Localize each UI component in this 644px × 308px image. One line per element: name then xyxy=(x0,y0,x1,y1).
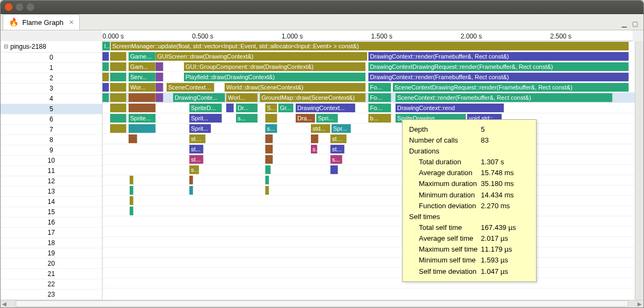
depth-row[interactable]: 6 xyxy=(1,114,102,125)
depth-row[interactable]: 0 xyxy=(1,53,102,63)
flame-bar[interactable]: GUI::GroupComponent::draw(DrawingContext… xyxy=(184,62,366,71)
vertical-scrollbar[interactable] xyxy=(635,41,643,300)
flame-bar[interactable] xyxy=(265,145,273,153)
flame-bar[interactable]: Wor... xyxy=(129,83,156,92)
flame-bar[interactable]: S... xyxy=(265,104,277,112)
flame-bar[interactable]: Dra... xyxy=(296,114,315,123)
depth-row[interactable]: 14 xyxy=(1,197,102,207)
flame-bar[interactable] xyxy=(110,62,126,71)
window-min-icon[interactable]: ▁ xyxy=(622,20,627,28)
flame-bar[interactable] xyxy=(130,186,133,195)
depth-row[interactable]: 13 xyxy=(1,187,102,197)
flame-bar[interactable]: Worl... xyxy=(226,93,258,102)
depth-row[interactable]: 5 xyxy=(1,104,102,114)
flame-bar[interactable]: st... xyxy=(330,145,345,153)
flame-bar[interactable]: st... xyxy=(189,145,203,153)
depth-row[interactable]: 3 xyxy=(1,84,102,94)
flame-bar[interactable] xyxy=(110,104,126,112)
flame-bar[interactable]: DrawingContext::render(Framebuffer&, Rec… xyxy=(368,73,629,81)
flame-bar[interactable] xyxy=(103,83,109,92)
flame-bar[interactable] xyxy=(110,124,126,133)
flame-bar[interactable] xyxy=(265,176,269,184)
depth-row[interactable]: 22 xyxy=(1,279,102,290)
flame-bar[interactable]: ScreenManager::update(float, std::vector… xyxy=(111,42,629,50)
flame-bar[interactable]: DrawingContext::rend xyxy=(396,104,504,112)
flame-bar[interactable]: Playfield::draw(DrawingContext&) xyxy=(184,73,366,81)
flame-bar[interactable]: DrawingContext... xyxy=(296,104,355,112)
flame-bar[interactable]: s... xyxy=(265,124,277,133)
flame-bar[interactable] xyxy=(129,124,156,133)
flame-bar[interactable] xyxy=(189,176,193,184)
flame-bar[interactable]: st... xyxy=(189,155,203,164)
flame-bar[interactable] xyxy=(156,73,163,81)
flame-bar[interactable] xyxy=(156,83,163,92)
flame-bar[interactable] xyxy=(110,73,126,81)
flame-bar[interactable] xyxy=(330,165,338,174)
flame-bar[interactable] xyxy=(110,52,126,61)
maximize-icon[interactable] xyxy=(27,3,34,11)
flame-bar[interactable]: Sprite... xyxy=(129,114,156,123)
flame-bar[interactable]: Gam... xyxy=(129,62,156,71)
depth-row[interactable]: 20 xyxy=(1,259,102,269)
flame-bar[interactable]: I... xyxy=(103,42,110,50)
depth-row[interactable]: 2 xyxy=(1,73,102,84)
flame-bar[interactable] xyxy=(103,73,109,81)
flame-bar[interactable]: SpriteD... xyxy=(189,104,222,112)
flame-bar[interactable] xyxy=(110,93,126,102)
depth-row[interactable]: 1 xyxy=(1,63,102,73)
scroll-right-icon[interactable]: ▶ xyxy=(636,301,643,307)
flame-bar[interactable]: Fo... xyxy=(368,93,391,102)
flame-bar[interactable]: Spr... xyxy=(331,124,351,133)
scroll-left-icon[interactable]: ◀ xyxy=(1,301,8,307)
depth-row[interactable]: 12 xyxy=(1,176,102,187)
flame-bar[interactable] xyxy=(156,93,163,102)
tab-flame-graph[interactable]: 🔥 Flame Graph ✕ xyxy=(3,14,80,30)
flame-bar[interactable]: Spri... xyxy=(316,114,338,123)
scroll-track[interactable] xyxy=(16,300,628,307)
title-bar[interactable] xyxy=(1,1,643,14)
flame-bar[interactable] xyxy=(189,186,193,195)
flame-bar[interactable]: Sprit... xyxy=(189,114,222,123)
flame-bar[interactable] xyxy=(129,104,156,112)
depth-row[interactable]: 9 xyxy=(1,145,102,156)
minimize-icon[interactable] xyxy=(16,3,23,11)
depth-row[interactable]: 7 xyxy=(1,125,102,135)
horizontal-scrollbar[interactable]: ◀ ▶ xyxy=(1,300,643,307)
flame-bar[interactable]: std:... xyxy=(189,134,206,143)
depth-row[interactable]: 10 xyxy=(1,156,102,166)
flame-bar[interactable]: Dr... xyxy=(236,104,258,112)
flame-bar[interactable] xyxy=(265,134,273,143)
flame-bar[interactable] xyxy=(265,165,271,174)
flame-bar[interactable] xyxy=(265,114,277,123)
depth-row[interactable]: 15 xyxy=(1,207,102,217)
flame-bar[interactable] xyxy=(265,155,273,164)
flame-bar[interactable]: Serv... xyxy=(129,73,156,81)
flame-bar[interactable] xyxy=(129,134,137,143)
flame-bar[interactable] xyxy=(103,93,109,102)
process-item[interactable]: ⊟ pingus-2188 xyxy=(1,41,102,53)
flame-bar[interactable]: Fo... xyxy=(368,83,391,92)
flame-bar[interactable] xyxy=(265,186,269,195)
flame-bar[interactable]: DrawingConte... xyxy=(173,93,225,102)
flame-bar[interactable]: Gr... xyxy=(278,104,294,112)
flame-bar[interactable] xyxy=(311,134,318,143)
flame-bar[interactable] xyxy=(129,93,156,102)
flame-chart[interactable]: ScreenManager::update(float, std::vector… xyxy=(103,41,635,300)
flame-bar[interactable] xyxy=(156,62,163,71)
depth-row[interactable]: 21 xyxy=(1,269,102,279)
flame-bar[interactable]: GUIScreen::draw(DrawingContext&) xyxy=(156,52,367,61)
flame-bar[interactable] xyxy=(103,52,109,61)
flame-bar[interactable]: SceneContext:... xyxy=(167,83,214,92)
window-restore-icon[interactable]: ▢ xyxy=(632,20,638,28)
flame-bar[interactable]: DrawingContextDrawingRequest::render(Fra… xyxy=(368,62,629,71)
depth-row[interactable]: 19 xyxy=(1,248,102,259)
flame-bar[interactable] xyxy=(130,207,133,215)
flame-bar[interactable]: s... xyxy=(236,114,258,123)
collapse-icon[interactable]: ⊟ xyxy=(4,43,8,49)
flame-bar[interactable]: Sprit... xyxy=(189,124,211,133)
flame-bar[interactable]: DrawingContext::render(Framebuffer&, Rec… xyxy=(368,52,629,61)
flame-bar[interactable]: std... xyxy=(330,134,347,143)
flame-bar[interactable]: GroundMap::draw(SceneContext&) xyxy=(260,93,366,102)
time-ruler[interactable]: 0.000 s0.500 s1.000 s1.500 s2.000 s2.500… xyxy=(103,30,633,41)
flame-bar[interactable]: s... xyxy=(189,165,199,174)
